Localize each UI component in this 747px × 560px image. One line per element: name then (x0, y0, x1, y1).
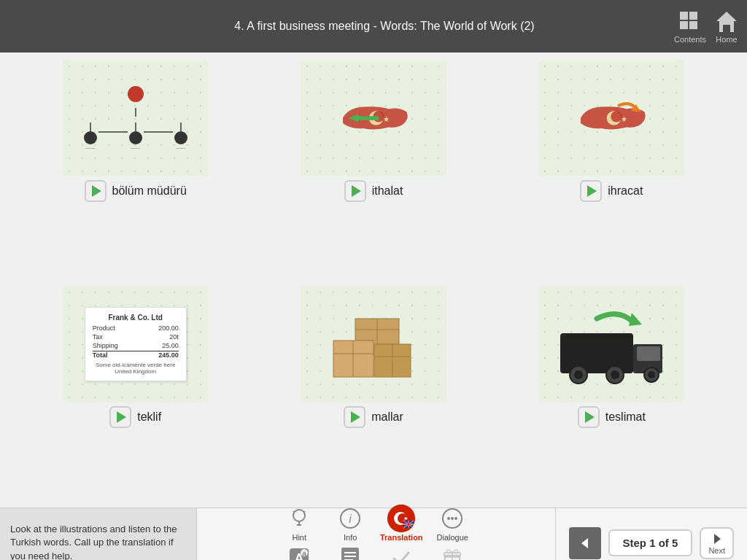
turkey-map-ihracat (564, 93, 659, 144)
svg-point-58 (454, 517, 457, 520)
vocab-word-teslimat: teslimat (605, 411, 646, 424)
vocab-word-ihracat: ihracat (608, 184, 643, 198)
play-button-teslimat[interactable] (578, 406, 600, 428)
play-button-mallar[interactable] (344, 406, 365, 428)
footer-nav: Step 1 of 5 Next (555, 508, 747, 560)
translation-flag-icon (388, 505, 414, 532)
vocab-word-mallar: mallar (371, 411, 403, 424)
svg-marker-70 (581, 538, 588, 548)
vocab-card-teslimat: teslimat (498, 286, 725, 501)
footer: Look at the illustrations and listen to … (0, 508, 747, 560)
vocab-grid: ─── ─── ── (22, 60, 725, 500)
vocab-label-bolum: bölüm müdürü (85, 180, 187, 202)
svg-rect-10 (358, 116, 379, 120)
vocab-word-ithalat: ithalat (372, 184, 403, 198)
tools-row-1: Hint i Info (277, 505, 474, 542)
vocab-image-teslimat (538, 286, 684, 402)
play-button-ithalat[interactable] (344, 180, 366, 202)
tool-translation[interactable]: Translation (379, 505, 423, 542)
tool-extras[interactable]: Extras (430, 545, 474, 561)
vocab-word-teklif: teklif (137, 411, 161, 424)
tool-characters[interactable]: A a Characters (277, 545, 321, 561)
tool-answer[interactable]: Answer (379, 545, 423, 561)
svg-rect-3 (689, 21, 697, 29)
vocab-image-bolum: ─── ─── ── (63, 60, 209, 176)
header: 4. A first business meeting - Words: The… (0, 0, 747, 52)
boxes-icon (319, 304, 428, 384)
invoice-visual: Frank & Co. Ltd Product200.00 Tax20t Shi… (85, 307, 187, 381)
svg-point-56 (447, 517, 450, 520)
dialogue-label: Dialogue (437, 533, 468, 542)
svg-rect-24 (560, 333, 633, 373)
svg-point-34 (293, 510, 305, 521)
hint-box: Look at the illustrations and listen to … (0, 508, 197, 560)
svg-text:i: i (349, 513, 352, 525)
svg-rect-2 (680, 21, 688, 29)
vocab-label-ithalat: ithalat (344, 180, 403, 202)
vocab-card-teklif: Frank & Co. Ltd Product200.00 Tax20t Shi… (22, 286, 249, 501)
tool-glossary[interactable]: Glossary (328, 545, 372, 561)
page-title: 4. A first business meeting - Words: The… (95, 20, 674, 33)
tool-dialogue[interactable]: Dialogue (430, 505, 474, 542)
play-button-teklif[interactable] (109, 406, 131, 428)
tool-hint[interactable]: Hint (277, 505, 321, 542)
svg-point-32 (648, 371, 655, 378)
svg-point-28 (574, 370, 583, 379)
lightbulb-icon (286, 505, 312, 532)
vocab-image-ithalat (301, 60, 446, 176)
svg-marker-33 (629, 313, 642, 326)
next-arrow-icon (710, 532, 724, 546)
hint-text: Look at the illustrations and listen to … (10, 523, 186, 560)
info-label: Info (344, 533, 357, 542)
tool-info[interactable]: i Info (328, 505, 372, 542)
svg-point-12 (611, 111, 622, 122)
header-icons: Contents Home (674, 9, 740, 44)
gift-icon (439, 545, 465, 561)
svg-rect-26 (637, 346, 660, 361)
info-icon: i (337, 505, 363, 532)
step-indicator: Step 1 of 5 (608, 529, 693, 556)
svg-text:a: a (303, 550, 306, 557)
vocab-word-bolum: bölüm müdürü (112, 184, 187, 198)
play-button-ihracat[interactable] (580, 180, 602, 202)
vocab-card-mallar: mallar (260, 286, 487, 501)
vocab-label-ihracat: ihracat (580, 180, 643, 202)
check-icon (388, 545, 414, 561)
back-button[interactable] (569, 527, 601, 559)
dialogue-icon (439, 505, 465, 532)
turkey-map-ithalat (326, 93, 421, 144)
svg-rect-1 (689, 12, 697, 20)
svg-line-38 (293, 511, 295, 513)
main-content: ─── ─── ── (0, 52, 747, 508)
svg-rect-5 (723, 25, 730, 32)
org-chart-icon: ─── ─── ── (84, 86, 187, 150)
vocab-label-mallar: mallar (344, 406, 403, 428)
vocab-card-ihracat: ihracat (498, 60, 725, 275)
home-button[interactable]: Home (713, 9, 740, 44)
vocab-image-ihracat (538, 60, 684, 176)
glossary-icon (337, 545, 363, 561)
vocab-card-ithalat: ithalat (260, 60, 487, 275)
truck-icon (553, 304, 670, 384)
svg-rect-0 (680, 12, 688, 20)
vocab-label-teslimat: teslimat (578, 406, 646, 428)
grid-icon (677, 9, 703, 35)
vocab-image-mallar (301, 286, 446, 402)
vocab-label-teklif: teklif (109, 406, 161, 428)
back-arrow-icon (578, 536, 592, 551)
contents-button[interactable]: Contents (674, 9, 706, 44)
svg-marker-71 (714, 534, 721, 544)
home-icon (713, 9, 740, 35)
hint-label: Hint (292, 533, 306, 542)
next-label: Next (708, 546, 725, 555)
svg-point-30 (611, 370, 619, 379)
next-button[interactable]: Next (700, 527, 734, 559)
vocab-card-bolum-mudueru: ─── ─── ── (22, 60, 249, 275)
svg-rect-63 (341, 548, 359, 561)
tools-row-2: A a Characters Glossary (277, 545, 474, 561)
characters-icon: A a (286, 545, 312, 561)
play-button-bolum[interactable] (85, 180, 107, 202)
footer-tools: Hint i Info (197, 508, 555, 560)
translation-label: Translation (380, 533, 423, 542)
svg-line-39 (304, 511, 306, 513)
